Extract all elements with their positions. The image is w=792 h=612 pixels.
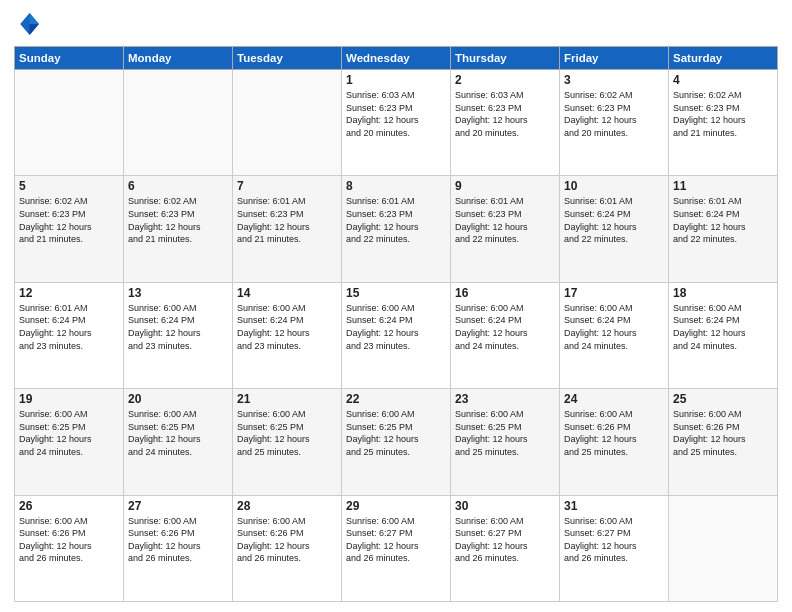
day-number: 16 bbox=[455, 286, 555, 300]
calendar-cell: 2Sunrise: 6:03 AM Sunset: 6:23 PM Daylig… bbox=[451, 70, 560, 176]
calendar-cell: 30Sunrise: 6:00 AM Sunset: 6:27 PM Dayli… bbox=[451, 495, 560, 601]
col-header-wednesday: Wednesday bbox=[342, 47, 451, 70]
calendar-cell bbox=[15, 70, 124, 176]
col-header-sunday: Sunday bbox=[15, 47, 124, 70]
week-row: 19Sunrise: 6:00 AM Sunset: 6:25 PM Dayli… bbox=[15, 389, 778, 495]
day-number: 22 bbox=[346, 392, 446, 406]
calendar-cell: 18Sunrise: 6:00 AM Sunset: 6:24 PM Dayli… bbox=[669, 282, 778, 388]
day-number: 1 bbox=[346, 73, 446, 87]
calendar-cell: 20Sunrise: 6:00 AM Sunset: 6:25 PM Dayli… bbox=[124, 389, 233, 495]
day-info: Sunrise: 6:03 AM Sunset: 6:23 PM Dayligh… bbox=[346, 89, 446, 139]
calendar-cell bbox=[669, 495, 778, 601]
week-row: 12Sunrise: 6:01 AM Sunset: 6:24 PM Dayli… bbox=[15, 282, 778, 388]
day-info: Sunrise: 6:02 AM Sunset: 6:23 PM Dayligh… bbox=[128, 195, 228, 245]
page: SundayMondayTuesdayWednesdayThursdayFrid… bbox=[0, 0, 792, 612]
day-info: Sunrise: 6:02 AM Sunset: 6:23 PM Dayligh… bbox=[673, 89, 773, 139]
day-info: Sunrise: 6:00 AM Sunset: 6:25 PM Dayligh… bbox=[128, 408, 228, 458]
day-info: Sunrise: 6:00 AM Sunset: 6:26 PM Dayligh… bbox=[673, 408, 773, 458]
day-number: 9 bbox=[455, 179, 555, 193]
calendar-cell: 11Sunrise: 6:01 AM Sunset: 6:24 PM Dayli… bbox=[669, 176, 778, 282]
day-number: 3 bbox=[564, 73, 664, 87]
calendar-cell: 5Sunrise: 6:02 AM Sunset: 6:23 PM Daylig… bbox=[15, 176, 124, 282]
day-info: Sunrise: 6:00 AM Sunset: 6:24 PM Dayligh… bbox=[455, 302, 555, 352]
calendar-cell: 22Sunrise: 6:00 AM Sunset: 6:25 PM Dayli… bbox=[342, 389, 451, 495]
logo bbox=[14, 10, 46, 38]
calendar-cell: 14Sunrise: 6:00 AM Sunset: 6:24 PM Dayli… bbox=[233, 282, 342, 388]
calendar-cell: 6Sunrise: 6:02 AM Sunset: 6:23 PM Daylig… bbox=[124, 176, 233, 282]
day-number: 23 bbox=[455, 392, 555, 406]
day-info: Sunrise: 6:00 AM Sunset: 6:24 PM Dayligh… bbox=[128, 302, 228, 352]
week-row: 1Sunrise: 6:03 AM Sunset: 6:23 PM Daylig… bbox=[15, 70, 778, 176]
header bbox=[14, 10, 778, 38]
week-row: 26Sunrise: 6:00 AM Sunset: 6:26 PM Dayli… bbox=[15, 495, 778, 601]
day-info: Sunrise: 6:00 AM Sunset: 6:26 PM Dayligh… bbox=[237, 515, 337, 565]
day-info: Sunrise: 6:00 AM Sunset: 6:25 PM Dayligh… bbox=[237, 408, 337, 458]
day-number: 28 bbox=[237, 499, 337, 513]
day-number: 20 bbox=[128, 392, 228, 406]
day-number: 8 bbox=[346, 179, 446, 193]
col-header-tuesday: Tuesday bbox=[233, 47, 342, 70]
day-number: 19 bbox=[19, 392, 119, 406]
day-info: Sunrise: 6:01 AM Sunset: 6:24 PM Dayligh… bbox=[564, 195, 664, 245]
day-number: 10 bbox=[564, 179, 664, 193]
header-row: SundayMondayTuesdayWednesdayThursdayFrid… bbox=[15, 47, 778, 70]
col-header-friday: Friday bbox=[560, 47, 669, 70]
calendar-cell: 31Sunrise: 6:00 AM Sunset: 6:27 PM Dayli… bbox=[560, 495, 669, 601]
calendar-cell: 27Sunrise: 6:00 AM Sunset: 6:26 PM Dayli… bbox=[124, 495, 233, 601]
day-number: 5 bbox=[19, 179, 119, 193]
day-number: 31 bbox=[564, 499, 664, 513]
day-info: Sunrise: 6:01 AM Sunset: 6:23 PM Dayligh… bbox=[237, 195, 337, 245]
day-number: 26 bbox=[19, 499, 119, 513]
day-info: Sunrise: 6:00 AM Sunset: 6:26 PM Dayligh… bbox=[128, 515, 228, 565]
day-info: Sunrise: 6:03 AM Sunset: 6:23 PM Dayligh… bbox=[455, 89, 555, 139]
calendar-cell: 26Sunrise: 6:00 AM Sunset: 6:26 PM Dayli… bbox=[15, 495, 124, 601]
day-info: Sunrise: 6:00 AM Sunset: 6:27 PM Dayligh… bbox=[564, 515, 664, 565]
day-info: Sunrise: 6:00 AM Sunset: 6:24 PM Dayligh… bbox=[564, 302, 664, 352]
calendar-cell: 19Sunrise: 6:00 AM Sunset: 6:25 PM Dayli… bbox=[15, 389, 124, 495]
day-info: Sunrise: 6:01 AM Sunset: 6:23 PM Dayligh… bbox=[455, 195, 555, 245]
day-info: Sunrise: 6:00 AM Sunset: 6:27 PM Dayligh… bbox=[346, 515, 446, 565]
day-number: 21 bbox=[237, 392, 337, 406]
day-info: Sunrise: 6:00 AM Sunset: 6:25 PM Dayligh… bbox=[346, 408, 446, 458]
day-number: 2 bbox=[455, 73, 555, 87]
calendar-cell: 7Sunrise: 6:01 AM Sunset: 6:23 PM Daylig… bbox=[233, 176, 342, 282]
day-number: 17 bbox=[564, 286, 664, 300]
day-number: 27 bbox=[128, 499, 228, 513]
day-number: 11 bbox=[673, 179, 773, 193]
calendar-cell: 12Sunrise: 6:01 AM Sunset: 6:24 PM Dayli… bbox=[15, 282, 124, 388]
day-number: 13 bbox=[128, 286, 228, 300]
day-number: 30 bbox=[455, 499, 555, 513]
day-number: 6 bbox=[128, 179, 228, 193]
calendar-cell: 28Sunrise: 6:00 AM Sunset: 6:26 PM Dayli… bbox=[233, 495, 342, 601]
day-info: Sunrise: 6:00 AM Sunset: 6:25 PM Dayligh… bbox=[19, 408, 119, 458]
calendar-cell: 23Sunrise: 6:00 AM Sunset: 6:25 PM Dayli… bbox=[451, 389, 560, 495]
calendar-cell: 25Sunrise: 6:00 AM Sunset: 6:26 PM Dayli… bbox=[669, 389, 778, 495]
calendar-cell: 15Sunrise: 6:00 AM Sunset: 6:24 PM Dayli… bbox=[342, 282, 451, 388]
svg-marker-2 bbox=[30, 24, 39, 35]
day-info: Sunrise: 6:00 AM Sunset: 6:24 PM Dayligh… bbox=[673, 302, 773, 352]
day-number: 7 bbox=[237, 179, 337, 193]
day-number: 4 bbox=[673, 73, 773, 87]
col-header-monday: Monday bbox=[124, 47, 233, 70]
calendar-cell: 16Sunrise: 6:00 AM Sunset: 6:24 PM Dayli… bbox=[451, 282, 560, 388]
day-number: 18 bbox=[673, 286, 773, 300]
day-info: Sunrise: 6:00 AM Sunset: 6:24 PM Dayligh… bbox=[346, 302, 446, 352]
week-row: 5Sunrise: 6:02 AM Sunset: 6:23 PM Daylig… bbox=[15, 176, 778, 282]
svg-marker-1 bbox=[30, 13, 39, 24]
calendar-cell: 13Sunrise: 6:00 AM Sunset: 6:24 PM Dayli… bbox=[124, 282, 233, 388]
calendar-table: SundayMondayTuesdayWednesdayThursdayFrid… bbox=[14, 46, 778, 602]
day-info: Sunrise: 6:02 AM Sunset: 6:23 PM Dayligh… bbox=[564, 89, 664, 139]
day-info: Sunrise: 6:00 AM Sunset: 6:25 PM Dayligh… bbox=[455, 408, 555, 458]
day-number: 25 bbox=[673, 392, 773, 406]
day-info: Sunrise: 6:00 AM Sunset: 6:26 PM Dayligh… bbox=[19, 515, 119, 565]
calendar-cell: 4Sunrise: 6:02 AM Sunset: 6:23 PM Daylig… bbox=[669, 70, 778, 176]
col-header-thursday: Thursday bbox=[451, 47, 560, 70]
col-header-saturday: Saturday bbox=[669, 47, 778, 70]
day-info: Sunrise: 6:01 AM Sunset: 6:23 PM Dayligh… bbox=[346, 195, 446, 245]
calendar-cell bbox=[233, 70, 342, 176]
day-number: 29 bbox=[346, 499, 446, 513]
day-number: 24 bbox=[564, 392, 664, 406]
day-info: Sunrise: 6:00 AM Sunset: 6:24 PM Dayligh… bbox=[237, 302, 337, 352]
logo-icon bbox=[14, 10, 42, 38]
calendar-cell: 9Sunrise: 6:01 AM Sunset: 6:23 PM Daylig… bbox=[451, 176, 560, 282]
